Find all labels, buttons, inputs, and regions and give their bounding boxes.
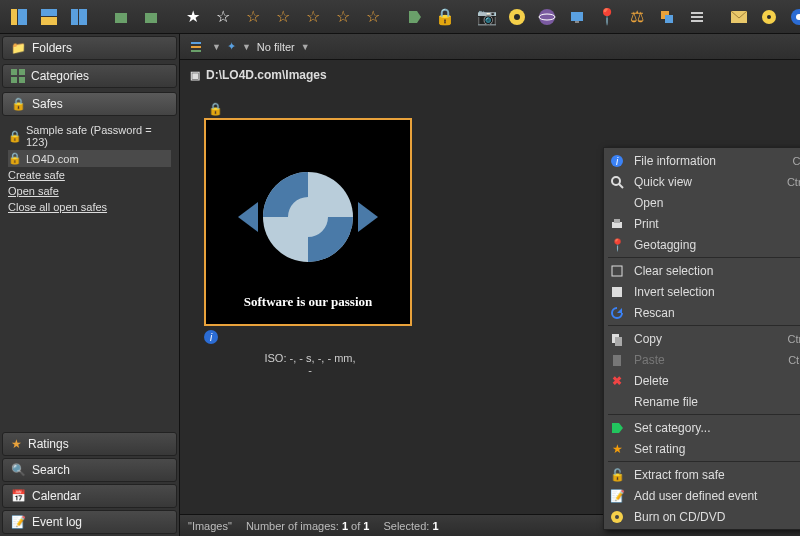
context-menu-label: File information — [634, 154, 784, 168]
view-layout-2-button[interactable] — [36, 4, 62, 30]
sidebar-item-eventlog[interactable]: 📝 Event log — [2, 510, 177, 534]
chevron-down-icon[interactable]: ▼ — [242, 42, 251, 52]
sidebar-item-label: Folders — [32, 41, 72, 55]
lock-button[interactable]: 🔒 — [432, 4, 458, 30]
toolbar-button[interactable] — [108, 4, 134, 30]
thumbnail-meta: ISO: -, - s, -, - mm, - — [204, 352, 416, 376]
context-menu-separator — [608, 461, 800, 462]
sidebar-item-label: Categories — [31, 69, 89, 83]
context-menu-item[interactable]: Rename fileF2 — [604, 391, 800, 412]
context-menu-item[interactable]: Quick viewCtrl+Q — [604, 171, 800, 192]
context-menu-item[interactable]: iFile informationCtrl+I — [604, 150, 800, 171]
svg-rect-14 — [575, 21, 579, 23]
context-menu-separator — [608, 325, 800, 326]
toolbar-button[interactable] — [138, 4, 164, 30]
star-outline-icon[interactable]: ☆ — [330, 4, 356, 30]
categories-icon — [11, 69, 25, 83]
view-layout-1-button[interactable] — [6, 4, 32, 30]
svg-rect-16 — [665, 15, 673, 23]
plus-icon[interactable]: ✦ — [227, 40, 236, 53]
map-pin-button[interactable]: 📍 — [594, 4, 620, 30]
info-icon: i — [608, 152, 626, 170]
thumbnail-item[interactable]: 🔒 Software is our passion i ISO: -, - s,… — [204, 100, 416, 376]
context-menu-item[interactable]: Open▶ — [604, 192, 800, 213]
star-outline-icon[interactable]: ☆ — [360, 4, 386, 30]
sidebar-item-label: Search — [32, 463, 70, 477]
svg-rect-26 — [19, 69, 25, 75]
svg-point-49 — [615, 515, 619, 519]
thumbnail-image[interactable]: Software is our passion — [204, 118, 412, 326]
context-menu-item[interactable]: 📝Add user defined event — [604, 485, 800, 506]
context-menu-item[interactable]: Print — [604, 213, 800, 234]
sidebar-item-calendar[interactable]: 📅 Calendar — [2, 484, 177, 508]
blank-icon — [608, 194, 626, 212]
context-menu-item[interactable]: 🔓Extract from safe — [604, 464, 800, 485]
sidebar-item-folders[interactable]: 📁 Folders — [2, 36, 177, 60]
star-filled-icon[interactable]: ★ — [180, 4, 206, 30]
tag-button[interactable] — [402, 4, 428, 30]
filter-label: No filter — [257, 41, 295, 53]
star-outline-icon[interactable]: ☆ — [270, 4, 296, 30]
stack-button[interactable] — [654, 4, 680, 30]
tag-icon — [608, 419, 626, 437]
context-menu-item[interactable]: ✖Delete — [604, 370, 800, 391]
context-menu-item[interactable]: CopyCtrl+C — [604, 328, 800, 349]
scales-button[interactable]: ⚖ — [624, 4, 650, 30]
safe-item-selected[interactable]: 🔒 LO4D.com — [8, 150, 171, 167]
star-outline-icon[interactable]: ☆ — [300, 4, 326, 30]
filter-bar: ▼ ✦ ▼ No filter ▼ — [180, 34, 800, 60]
globe-button[interactable] — [534, 4, 560, 30]
context-menu-item[interactable]: Burn on CD/DVD — [604, 506, 800, 527]
context-menu-item[interactable]: Clear selection — [604, 260, 800, 281]
context-menu-item[interactable]: 📍Geotagging▶ — [604, 234, 800, 255]
svg-point-10 — [514, 14, 520, 20]
context-menu-item[interactable]: ★Set rating▶ — [604, 438, 800, 459]
context-menu-label: Geotagging — [634, 238, 800, 252]
svg-rect-25 — [11, 69, 17, 75]
mail-button[interactable] — [726, 4, 752, 30]
print-icon — [608, 215, 626, 233]
filter-button[interactable] — [186, 37, 206, 57]
camera-button[interactable]: 📷 — [474, 4, 500, 30]
safe-item-label: Sample safe (Password = 123) — [26, 124, 171, 148]
context-menu: iFile informationCtrl+IQuick viewCtrl+QO… — [603, 147, 800, 530]
view-layout-3-button[interactable] — [66, 4, 92, 30]
create-safe-link[interactable]: Create safe — [8, 169, 65, 181]
eye-button[interactable] — [786, 4, 800, 30]
chevron-down-icon[interactable]: ▼ — [212, 42, 221, 52]
context-menu-item[interactable]: Rescan — [604, 302, 800, 323]
context-menu-item[interactable]: Set category... — [604, 417, 800, 438]
path-row: ▣ D:\LO4D.com\Images — [180, 60, 800, 90]
sidebar-item-safes[interactable]: 🔒 Safes — [2, 92, 177, 116]
monitor-button[interactable] — [564, 4, 590, 30]
collapse-icon[interactable]: ▣ — [190, 69, 200, 82]
svg-rect-19 — [691, 20, 703, 22]
disc-button[interactable] — [504, 4, 530, 30]
svg-marker-33 — [238, 202, 258, 232]
burn-button[interactable] — [756, 4, 782, 30]
sliders-button[interactable] — [684, 4, 710, 30]
svg-rect-18 — [691, 16, 703, 18]
refresh-icon — [608, 304, 626, 322]
close-all-safes-link[interactable]: Close all open safes — [8, 201, 107, 213]
sidebar-item-ratings[interactable]: ★ Ratings — [2, 432, 177, 456]
star-half-icon[interactable]: ☆ — [210, 4, 236, 30]
svg-rect-46 — [613, 355, 621, 366]
context-menu-label: Clear selection — [634, 264, 800, 278]
sidebar-item-categories[interactable]: Categories — [2, 64, 177, 88]
unlock-icon: 🔓 — [608, 466, 626, 484]
context-menu-label: Set rating — [634, 442, 800, 456]
chevron-down-icon[interactable]: ▼ — [301, 42, 310, 52]
blank-icon — [608, 393, 626, 411]
context-menu-shortcut: Ctrl+Q — [787, 176, 800, 188]
svg-rect-31 — [191, 50, 201, 52]
context-menu-item[interactable]: Invert selection — [604, 281, 800, 302]
sidebar-item-search[interactable]: 🔍 Search — [2, 458, 177, 482]
context-menu-shortcut: Ctrl+I — [792, 155, 800, 167]
open-safe-link[interactable]: Open safe — [8, 185, 59, 197]
star-outline-icon[interactable]: ☆ — [240, 4, 266, 30]
toolbar-rating-group: ★ ☆ ☆ ☆ ☆ ☆ ☆ — [180, 4, 386, 30]
info-icon[interactable]: i — [204, 330, 218, 344]
svg-rect-1 — [18, 9, 27, 25]
safe-item[interactable]: 🔒 Sample safe (Password = 123) — [8, 122, 171, 150]
